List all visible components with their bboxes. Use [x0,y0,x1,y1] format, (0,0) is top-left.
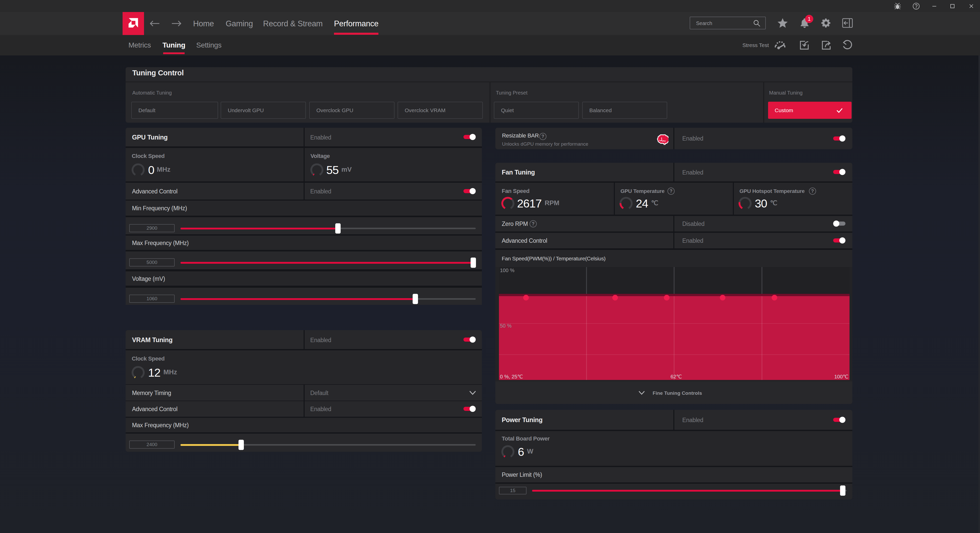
svg-text:0 %, 25℃: 0 %, 25℃ [500,374,523,380]
svg-text:100 %: 100 % [500,268,514,273]
svg-text:100℃: 100℃ [834,374,848,380]
svg-text:50 %: 50 % [500,323,512,329]
svg-text:62℃: 62℃ [671,374,682,380]
